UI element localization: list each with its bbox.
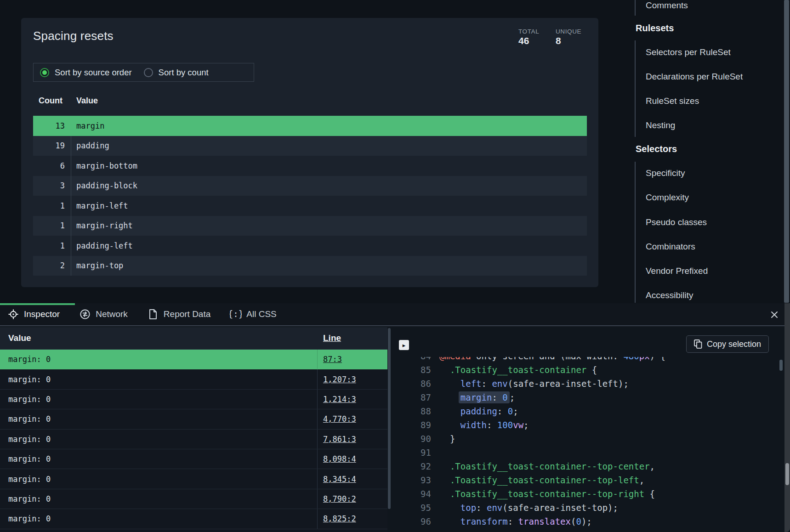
copy-selection-button[interactable]: Copy selection	[686, 335, 769, 353]
line-link[interactable]: 1,214:3	[323, 395, 356, 404]
sort-source-order-label[interactable]: Sort by source order	[55, 68, 132, 78]
row-count: 6	[33, 161, 71, 170]
stat-unique-label: UNIQUE	[556, 28, 597, 35]
code-token: transform	[460, 516, 508, 526]
code-text: .Toastify__toast-container--top-left,	[431, 475, 644, 485]
sort-source-order-radio[interactable]	[40, 68, 49, 77]
code-token: (safe-area-inset-left);	[508, 379, 629, 389]
table-row[interactable]: 2margin-top	[33, 256, 587, 276]
tab-label: Network	[96, 309, 128, 319]
sidebar-item-specificity[interactable]: Specificity	[646, 168, 685, 178]
table-row[interactable]: 13margin	[33, 116, 587, 136]
declaration-value: margin: 0	[0, 514, 317, 523]
sidebar-item-declarations-per-ruleset[interactable]: Declarations per RuleSet	[646, 72, 743, 82]
sidebar-item-combinators[interactable]: Combinators	[646, 242, 695, 252]
sidebar-item-nesting[interactable]: Nesting	[646, 120, 675, 130]
sidebar-section-header-rulesets: Rulesets	[636, 23, 674, 34]
list-item[interactable]: margin: 08,825:2	[0, 509, 387, 529]
table-row[interactable]: 1margin-right	[33, 216, 587, 236]
stat-total-label: TOTAL	[518, 28, 560, 35]
sort-count-radio[interactable]	[144, 68, 153, 77]
list-item[interactable]: margin: 01,214:3	[0, 390, 387, 409]
code-token: (safe-area-inset-top);	[502, 503, 618, 513]
sidebar-item-complexity[interactable]: Complexity	[646, 192, 689, 203]
inspector-scrollbar-thumb[interactable]	[388, 328, 391, 509]
sidebar-item-ruleset-sizes[interactable]: RuleSet sizes	[646, 96, 699, 106]
sidebar-item-vendor-prefixed[interactable]: Vendor Prefixed	[646, 266, 708, 276]
code-token: ;	[513, 406, 518, 416]
close-panel-button[interactable]	[767, 307, 782, 323]
row-value: margin-left	[71, 196, 587, 216]
code-token	[439, 461, 450, 471]
line-number: 85	[392, 365, 431, 375]
code-token: vw	[513, 420, 523, 430]
tab-label: Inspector	[24, 309, 60, 319]
code-token: 0	[502, 392, 507, 402]
line-link[interactable]: 8,098:4	[323, 454, 356, 464]
tab-label: Report Data	[164, 309, 210, 319]
line-link[interactable]: 87:3	[323, 355, 342, 364]
sort-count-label[interactable]: Sort by count	[159, 68, 209, 78]
row-value: padding-block	[71, 176, 587, 196]
panel-scrollbar-thumb[interactable]	[785, 463, 789, 485]
code-token: env	[492, 379, 507, 389]
line-link[interactable]: 8,825:2	[323, 514, 356, 523]
line-link-cell: 8,098:4	[317, 449, 387, 469]
table-row[interactable]: 1margin-left	[33, 196, 587, 216]
list-item[interactable]: margin: 07,861:3	[0, 430, 387, 449]
code-viewer[interactable]: 84@media only screen and (max-width: 480…	[392, 357, 784, 532]
table-row[interactable]: 19padding	[33, 136, 587, 156]
line-link-cell: 7,861:3	[317, 430, 387, 449]
code-line: 95 top: env(safe-area-inset-top);	[392, 501, 618, 515]
list-item[interactable]: margin: 08,098:4	[0, 449, 387, 469]
main-scrollbar-thumb[interactable]	[784, 0, 789, 303]
row-count: 1	[33, 221, 71, 230]
line-link[interactable]: 7,861:3	[323, 435, 356, 444]
tab-inspector[interactable]: Inspector	[7, 308, 60, 320]
code-token	[439, 392, 460, 402]
toggle-sidebar-button[interactable]: ▸	[399, 340, 409, 350]
code-token: translatex	[518, 516, 571, 526]
count-column-header: Count	[33, 96, 71, 106]
code-line: 87 margin: 0;	[392, 391, 515, 404]
devtools-tabbar: InspectorNetworkReport Data{:}All CSS	[0, 303, 790, 326]
code-token: 480	[623, 357, 639, 361]
row-value: margin-top	[71, 256, 587, 276]
code-token: :	[487, 420, 497, 430]
sidebar-item-comments[interactable]: Comments	[646, 0, 688, 11]
copy-icon	[694, 340, 702, 349]
code-token: 0	[508, 406, 513, 416]
code-token: .Toastify__toast-container--top-right	[450, 489, 644, 499]
table-header: Count Value	[33, 96, 587, 106]
tab-label: All CSS	[246, 309, 276, 319]
list-item[interactable]: margin: 08,345:4	[0, 469, 387, 489]
line-header[interactable]: Line	[317, 333, 387, 343]
code-scrollbar-thumb[interactable]	[779, 360, 783, 371]
tab-report-data[interactable]: Report Data	[147, 308, 210, 320]
line-link[interactable]: 8,345:4	[323, 475, 356, 484]
code-token: :	[482, 379, 492, 389]
list-item[interactable]: margin: 04,770:3	[0, 409, 387, 429]
table-row[interactable]: 3padding-block	[33, 176, 587, 196]
page-title: Spacing resets	[33, 29, 114, 43]
devtools-panel: InspectorNetworkReport Data{:}All CSS Va…	[0, 303, 790, 532]
tab-all-css[interactable]: {:}All CSS	[230, 308, 276, 320]
list-item[interactable]: margin: 01,207:3	[0, 369, 387, 389]
table-row[interactable]: 6margin-bottom	[33, 156, 587, 176]
crosshair-icon	[7, 308, 19, 320]
tab-network[interactable]: Network	[79, 308, 128, 320]
line-link[interactable]: 8,790:2	[323, 494, 356, 504]
list-item[interactable]: margin: 08,790:2	[0, 489, 387, 509]
sidebar-item-pseudo-classes[interactable]: Pseudo classes	[646, 217, 707, 227]
code-text: transform: translatex(0);	[431, 516, 592, 526]
line-link[interactable]: 1,207:3	[323, 375, 356, 384]
table-row[interactable]: 1padding-left	[33, 236, 587, 256]
list-item[interactable]: margin: 087:3	[0, 350, 387, 369]
line-link[interactable]: 4,770:3	[323, 414, 356, 424]
code-token: width	[460, 420, 487, 430]
panel-scrollbar-track[interactable]	[784, 303, 790, 532]
sidebar-item-accessibility[interactable]: Accessibility	[646, 290, 693, 300]
stat-unique-value: 8	[556, 35, 597, 46]
row-value: padding	[71, 136, 587, 156]
sidebar-item-selectors-per-ruleset[interactable]: Selectors per RuleSet	[646, 47, 731, 57]
